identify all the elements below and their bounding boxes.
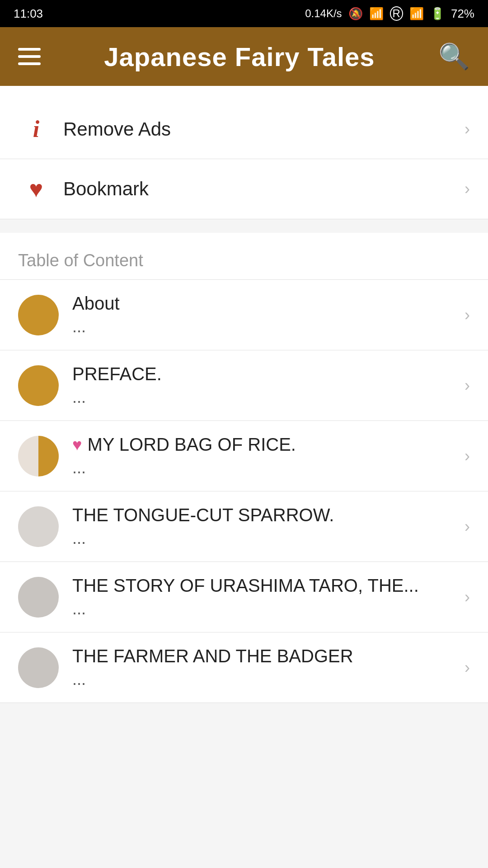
urashima-thumbnail (18, 577, 59, 618)
urashima-subtitle: ... (72, 599, 465, 618)
toc-item-urashima[interactable]: THE STORY OF URASHIMA TARO, THE... ... › (0, 562, 488, 632)
status-icons: 0.14K/s 🔕 📶 R 📶 🔋 72% (305, 6, 474, 21)
network-speed: 0.14K/s (305, 7, 342, 20)
info-icon: i (33, 116, 39, 142)
farmer-badger-content: THE FARMER AND THE BADGER ... (72, 646, 465, 689)
section-gap (0, 219, 488, 233)
heart-icon: ♥ (29, 175, 43, 203)
preface-subtitle: ... (72, 388, 465, 407)
farmer-badger-chevron: › (465, 658, 470, 677)
app-title: Japanese Fairy Tales (104, 42, 375, 72)
my-lord-chevron: › (465, 447, 470, 466)
preface-content: PREFACE. ... (72, 364, 465, 407)
wifi-icon: 📶 (369, 7, 384, 21)
toc-item-preface[interactable]: PREFACE. ... › (0, 350, 488, 421)
about-title: About (72, 293, 465, 314)
remove-ads-item[interactable]: i Remove Ads › (0, 99, 488, 159)
preface-title: PREFACE. (72, 364, 465, 384)
info-icon-wrap: i (18, 116, 54, 142)
about-chevron: › (465, 306, 470, 325)
sparrow-title: THE TONGUE-CUT SPARROW. (72, 505, 465, 525)
sparrow-thumbnail (18, 506, 59, 547)
reg-icon: R (390, 6, 403, 21)
main-content: i Remove Ads › ♥ Bookmark › Table of Con… (0, 86, 488, 703)
preface-thumbnail (18, 365, 59, 406)
toc-section: About ... › PREFACE. ... › ♥ MY LORD BAG… (0, 280, 488, 703)
farmer-badger-subtitle: ... (72, 670, 465, 689)
toc-label: Table of Content (0, 233, 488, 279)
mute-icon: 🔕 (348, 7, 363, 21)
my-lord-title: ♥ MY LORD BAG OF RICE. (72, 434, 465, 455)
remove-ads-chevron: › (465, 120, 470, 139)
about-content: About ... (72, 293, 465, 336)
app-bar: Japanese Fairy Tales 🔍 (0, 27, 488, 86)
farmer-badger-title: THE FARMER AND THE BADGER (72, 646, 465, 666)
battery-icon: 🔋 (430, 7, 445, 21)
bookmark-chevron: › (465, 179, 470, 198)
sparrow-chevron: › (465, 517, 470, 536)
menu-button[interactable] (18, 48, 41, 65)
menu-section: i Remove Ads › ♥ Bookmark › (0, 86, 488, 219)
urashima-chevron: › (465, 588, 470, 607)
toc-item-farmer-badger[interactable]: THE FARMER AND THE BADGER ... › (0, 632, 488, 703)
status-bar: 11:03 0.14K/s 🔕 📶 R 📶 🔋 72% (0, 0, 488, 27)
sparrow-content: THE TONGUE-CUT SPARROW. ... (72, 505, 465, 548)
status-time: 11:03 (14, 7, 43, 21)
urashima-content: THE STORY OF URASHIMA TARO, THE... ... (72, 576, 465, 618)
bookmark-label: Bookmark (54, 178, 465, 200)
farmer-badger-thumbnail (18, 647, 59, 688)
search-button[interactable]: 🔍 (438, 42, 470, 71)
my-lord-subtitle: ... (72, 458, 465, 477)
sparrow-subtitle: ... (72, 529, 465, 548)
bookmark-item[interactable]: ♥ Bookmark › (0, 159, 488, 219)
heart-icon-wrap: ♥ (18, 175, 54, 203)
signal-icon: 📶 (409, 7, 424, 21)
toc-item-sparrow[interactable]: THE TONGUE-CUT SPARROW. ... › (0, 491, 488, 562)
about-thumbnail (18, 295, 59, 335)
urashima-title: THE STORY OF URASHIMA TARO, THE... (72, 576, 465, 596)
my-lord-thumbnail (18, 436, 59, 476)
toc-item-my-lord[interactable]: ♥ MY LORD BAG OF RICE. ... › (0, 421, 488, 491)
toc-item-about[interactable]: About ... › (0, 280, 488, 350)
remove-ads-label: Remove Ads (54, 118, 465, 140)
preface-chevron: › (465, 376, 470, 395)
my-lord-heart-icon: ♥ (72, 435, 82, 454)
about-subtitle: ... (72, 317, 465, 336)
my-lord-content: ♥ MY LORD BAG OF RICE. ... (72, 434, 465, 477)
battery-percent: 72% (451, 7, 474, 21)
